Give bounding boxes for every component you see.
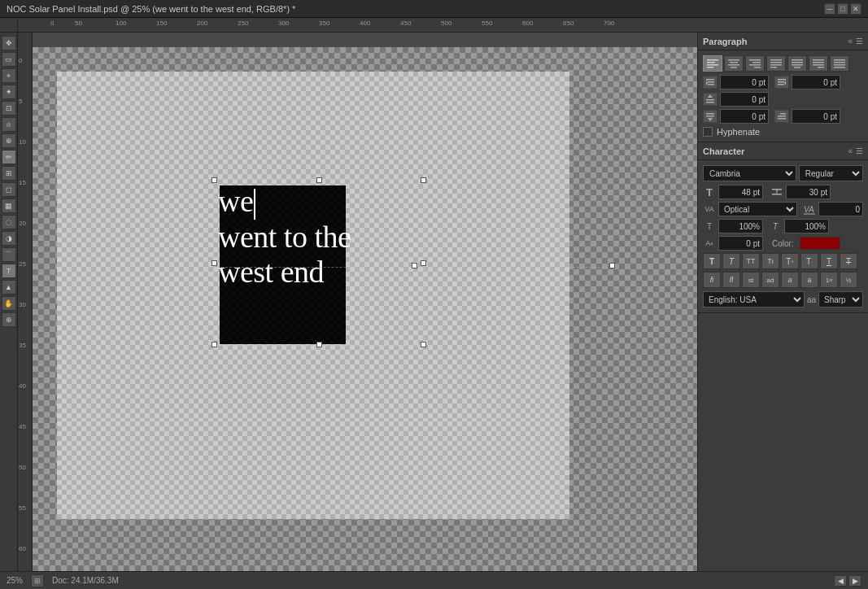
old-style-btn[interactable]: st	[742, 272, 760, 288]
stamp-tool[interactable]: ⊞	[2, 166, 16, 181]
strikethrough-btn[interactable]: T	[840, 253, 857, 269]
ordinal-btn[interactable]: a	[781, 272, 799, 288]
svg-rect-16	[792, 59, 803, 61]
tracking-input[interactable]	[818, 202, 863, 216]
paragraph-panel-menu[interactable]: ☰	[856, 37, 863, 46]
indent-left-input[interactable]	[720, 75, 769, 89]
justify-center-btn[interactable]	[787, 55, 807, 72]
v-scale-input[interactable]	[784, 219, 829, 233]
fractions-btn[interactable]: ½	[840, 272, 857, 288]
character-panel-controls: « ☰	[848, 146, 863, 155]
h-scale-input[interactable]	[718, 219, 763, 233]
canvas-text[interactable]: we went to the west end	[218, 184, 351, 290]
all-caps-btn[interactable]: TT	[742, 253, 760, 269]
eyedropper-tool[interactable]: ⌾	[2, 117, 16, 132]
superior-btn[interactable]: 1st	[820, 272, 838, 288]
leading-input[interactable]	[786, 185, 831, 199]
indent-right-input[interactable]	[792, 75, 840, 89]
hyphenate-checkbox[interactable]	[703, 127, 713, 137]
align-center-btn[interactable]	[724, 55, 744, 72]
ruler-v-label: 10	[19, 138, 26, 146]
anti-alias-select[interactable]: Sharp Crisp Strong Smooth None	[818, 291, 863, 308]
first-line-input[interactable]	[792, 109, 840, 124]
tracking-icon: VA	[803, 203, 816, 216]
space-after-input[interactable]	[720, 109, 769, 124]
canvas-scroll-area[interactable]: we went to the west end	[33, 47, 697, 571]
close-button[interactable]: ✕	[850, 3, 861, 15]
selection-extend-handle[interactable]	[609, 263, 615, 268]
align-left-btn[interactable]	[703, 55, 722, 72]
font-family-select[interactable]: Cambria	[703, 165, 796, 181]
justify-all-btn[interactable]	[830, 55, 849, 72]
character-panel-collapse[interactable]: «	[848, 146, 853, 155]
ligature-fl-btn[interactable]: fl	[722, 272, 740, 288]
character-panel-title: Character	[703, 146, 744, 156]
marquee-tool[interactable]: ▭	[2, 52, 16, 67]
canvas-area[interactable]: 0 5 10 15 20 25 30 35 40 45 50 55 60	[18, 33, 697, 571]
font-size-row: T	[703, 185, 863, 199]
brush-tool[interactable]: ✏	[2, 150, 16, 164]
svg-rect-14	[770, 64, 782, 66]
justify-left-btn[interactable]	[766, 55, 786, 72]
left-toolbar: ✥ ▭ ⌖ ✦ ⊡ ⌾ ⊕ ✏ ⊞ ◻ ▦ ◌ ◑ ⌒ T ▲ ✋ ⊕	[0, 33, 18, 571]
next-page-btn[interactable]: ▶	[848, 575, 861, 587]
character-panel-menu[interactable]: ☰	[856, 146, 863, 155]
gradient-tool[interactable]: ▦	[2, 199, 16, 213]
paragraph-panel-collapse[interactable]: «	[848, 37, 853, 46]
zoom-tool[interactable]: ⊕	[2, 312, 16, 327]
svg-rect-13	[770, 62, 782, 63]
ruler-vertical: 0 5 10 15 20 25 30 35 40 45 50 55 60	[18, 33, 33, 571]
underline-btn[interactable]: T	[820, 253, 838, 269]
magic-wand-tool[interactable]: ✦	[2, 85, 16, 99]
selection-mid-handle[interactable]	[412, 263, 417, 268]
svg-rect-28	[706, 79, 714, 81]
ligature-fi-btn[interactable]: fi	[703, 272, 721, 288]
svg-rect-18	[792, 64, 803, 66]
kerning-select[interactable]: Optical Metrics 0	[718, 202, 797, 216]
svg-marker-31	[706, 81, 708, 85]
canvas-bottom-strip	[57, 421, 569, 519]
superscript-btn[interactable]: T+	[781, 253, 799, 269]
faux-italic-btn[interactable]: T	[722, 253, 740, 269]
ruler-label: 600	[522, 20, 533, 27]
faux-bold-btn[interactable]: T	[703, 253, 721, 269]
language-select[interactable]: English: USA	[703, 291, 805, 308]
svg-rect-27	[834, 67, 845, 68]
small-caps-btn[interactable]: Tt	[761, 253, 779, 269]
align-right-btn[interactable]	[745, 55, 765, 72]
ruler-label: 650	[563, 20, 574, 27]
ruler-label: 200	[197, 20, 207, 27]
subscript-btn[interactable]: T.	[800, 253, 818, 269]
ruler-v-label: 35	[19, 342, 26, 349]
heal-tool[interactable]: ⊕	[2, 133, 16, 148]
lasso-tool[interactable]: ⌖	[2, 68, 16, 83]
discretionary-btn[interactable]: ad	[761, 272, 779, 288]
svg-rect-8	[749, 59, 761, 61]
pen-tool[interactable]: ⌒	[2, 247, 16, 262]
leading-icon	[770, 185, 783, 199]
swash-btn[interactable]: a	[800, 272, 818, 288]
dodge-tool[interactable]: ◑	[2, 231, 16, 246]
restore-button[interactable]: □	[837, 3, 848, 15]
svg-rect-34	[778, 84, 784, 85]
font-size-input[interactable]	[718, 185, 763, 199]
shape-tool[interactable]: ▲	[2, 280, 16, 294]
minimize-button[interactable]: ─	[824, 3, 835, 15]
status-icon[interactable]: ⊞	[31, 574, 44, 587]
title-bar: NOC Solar Panel Install.psd @ 25% (we we…	[0, 0, 868, 18]
svg-rect-40	[706, 116, 714, 117]
svg-rect-6	[728, 64, 739, 66]
blur-tool[interactable]: ◌	[2, 215, 16, 229]
font-style-select[interactable]: Regular Bold Italic	[799, 165, 863, 181]
hand-tool[interactable]: ✋	[2, 296, 16, 311]
justify-right-btn[interactable]	[809, 55, 828, 72]
crop-tool[interactable]: ⊡	[2, 101, 16, 116]
eraser-tool[interactable]: ◻	[2, 182, 16, 197]
move-tool[interactable]: ✥	[2, 36, 16, 50]
baseline-shift-input[interactable]	[718, 236, 763, 251]
text-tool[interactable]: T	[2, 264, 16, 278]
prev-page-btn[interactable]: ◀	[834, 575, 847, 587]
space-before-input[interactable]	[720, 92, 769, 107]
ruler-v-label: 40	[19, 382, 26, 390]
color-swatch[interactable]	[800, 237, 840, 250]
